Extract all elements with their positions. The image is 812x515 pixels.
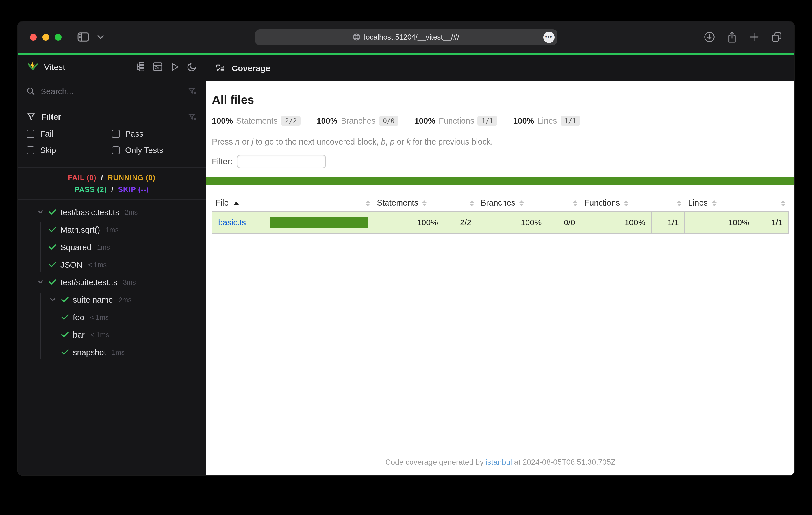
functions-pct-cell: 100% xyxy=(581,211,651,234)
checkbox-icon xyxy=(112,130,119,138)
sort-ascending-icon xyxy=(233,202,239,205)
column-header-file[interactable]: File xyxy=(212,194,264,211)
clear-filters-icon[interactable] xyxy=(188,113,197,121)
sort-icon[interactable] xyxy=(469,201,474,206)
column-header-branches[interactable]: Branches xyxy=(477,194,548,211)
filter-checkbox-skip[interactable]: Skip xyxy=(27,146,112,155)
dark-mode-moon-icon[interactable] xyxy=(187,62,197,71)
sort-icon[interactable] xyxy=(712,201,716,206)
column-header-lines[interactable]: Lines xyxy=(685,194,755,211)
tab-overview-icon[interactable] xyxy=(771,32,782,42)
duration: < 1ms xyxy=(90,331,109,338)
file-link[interactable]: basic.ts xyxy=(218,218,246,227)
column-header-chart[interactable] xyxy=(264,194,374,211)
coverage-header: Coverage xyxy=(206,55,794,81)
tree-item-test[interactable]: Math.sqrt() 1ms xyxy=(18,221,206,238)
tree-item-suite[interactable]: suite name 2ms xyxy=(18,291,206,308)
sort-icon[interactable] xyxy=(677,201,682,206)
sort-icon[interactable] xyxy=(519,201,524,206)
filter-section: Filter Fail xyxy=(18,104,206,161)
chevron-down-icon[interactable] xyxy=(36,277,45,286)
tree-item-file[interactable]: test/suite.test.ts 3ms xyxy=(18,273,206,291)
summary-functions: 100% Functions 1/1 xyxy=(414,116,497,126)
column-header-statements-raw[interactable] xyxy=(444,194,477,211)
sidebar-toggle-icon[interactable] xyxy=(78,32,89,42)
lines-raw-cell: 1/1 xyxy=(755,211,788,234)
filter-checkbox-pass[interactable]: Pass xyxy=(112,129,197,138)
traffic-lights xyxy=(30,34,62,40)
coverage-report: All files 100% Statements 2/2 100% Branc… xyxy=(206,81,794,476)
new-tab-icon[interactable] xyxy=(749,32,759,42)
close-window-button[interactable] xyxy=(30,34,37,40)
sort-icon[interactable] xyxy=(366,201,370,206)
tree-item-test[interactable]: snapshot 1ms xyxy=(18,343,206,361)
coverage-report-icon xyxy=(215,63,226,73)
summary-lines: 100% Lines 1/1 xyxy=(513,116,580,126)
keyboard-hint: Press n or j to go to the next uncovered… xyxy=(212,137,789,146)
duration: 1ms xyxy=(112,348,124,356)
run-all-icon[interactable] xyxy=(170,62,180,71)
fraction-badge: 2/2 xyxy=(281,116,301,126)
test-run-summary: FAIL (0) / RUNNING (0) PASS (2) / SKIP (… xyxy=(18,167,206,200)
file-filter-input[interactable] xyxy=(237,155,326,168)
minimize-window-button[interactable] xyxy=(42,34,49,40)
clear-search-filter-icon[interactable] xyxy=(188,87,197,95)
chevron-down-icon[interactable] xyxy=(36,208,45,217)
browser-window: localhost:51204/__vitest__/#/ ••• xyxy=(18,22,794,476)
tree-item-file[interactable]: test/basic.test.ts 2ms xyxy=(18,203,206,221)
tree-item-test[interactable]: Squared 1ms xyxy=(18,238,206,256)
tree-item-test[interactable]: foo < 1ms xyxy=(18,308,206,326)
page-settings-button[interactable]: ••• xyxy=(543,31,554,42)
check-icon xyxy=(60,312,69,322)
overall-coverage-bar xyxy=(206,177,794,185)
duration: 1ms xyxy=(97,243,110,251)
coverage-title: Coverage xyxy=(232,63,270,72)
downloads-icon[interactable] xyxy=(704,32,715,42)
ellipsis-icon: ••• xyxy=(545,34,552,39)
sort-icon[interactable] xyxy=(423,201,427,206)
duration: < 1ms xyxy=(88,261,107,269)
funnel-icon xyxy=(27,112,36,121)
url-text: localhost:51204/__vitest__/#/ xyxy=(364,33,459,41)
tree-indent-guide xyxy=(40,293,41,359)
search-input[interactable] xyxy=(41,87,182,96)
filter-checkbox-only-tests[interactable]: Only Tests xyxy=(112,146,197,155)
dashboard-icon[interactable] xyxy=(152,62,163,72)
duration: 1ms xyxy=(106,225,118,234)
column-header-functions-raw[interactable] xyxy=(651,194,685,211)
test-tree: test/basic.test.ts 2ms Math.sqrt() 1ms S… xyxy=(18,200,206,476)
sort-icon[interactable] xyxy=(781,201,785,206)
check-icon xyxy=(60,295,69,304)
column-header-lines-raw[interactable] xyxy=(755,194,788,211)
column-header-functions[interactable]: Functions xyxy=(581,194,651,211)
desktop: localhost:51204/__vitest__/#/ ••• xyxy=(0,0,812,515)
branches-raw-cell: 0/0 xyxy=(548,211,581,234)
tree-item-test[interactable]: JSON < 1ms xyxy=(18,256,206,273)
istanbul-link[interactable]: istanbul xyxy=(486,458,512,466)
column-header-statements[interactable]: Statements xyxy=(374,194,444,211)
chevron-down-icon[interactable] xyxy=(48,295,57,304)
coverage-summary: 100% Statements 2/2 100% Branches 0/0 10… xyxy=(212,116,789,126)
statements-raw-cell: 2/2 xyxy=(444,211,477,234)
running-count: RUNNING (0) xyxy=(108,173,155,182)
vitest-logo-icon xyxy=(27,60,39,73)
chevron-down-icon[interactable] xyxy=(97,35,104,39)
globe-icon xyxy=(353,33,360,41)
tree-view-icon[interactable] xyxy=(135,62,145,72)
column-header-branches-raw[interactable] xyxy=(548,194,581,211)
share-icon[interactable] xyxy=(727,31,737,42)
checkbox-icon xyxy=(27,146,34,154)
tree-item-test[interactable]: bar < 1ms xyxy=(18,326,206,343)
address-bar[interactable]: localhost:51204/__vitest__/#/ ••• xyxy=(255,29,557,45)
branches-pct-cell: 100% xyxy=(477,211,548,234)
sort-icon[interactable] xyxy=(624,201,628,206)
coverage-table: File Statements Branches Functions Lines xyxy=(212,194,789,234)
filter-checkbox-fail[interactable]: Fail xyxy=(27,129,112,138)
sort-icon[interactable] xyxy=(573,201,578,206)
tree-indent-guide xyxy=(53,312,53,361)
search-bar xyxy=(18,79,206,104)
vitest-progress-bar xyxy=(18,53,794,55)
zoom-window-button[interactable] xyxy=(55,34,62,40)
filter-title: Filter xyxy=(41,112,61,121)
file-cell: basic.ts xyxy=(212,211,264,234)
